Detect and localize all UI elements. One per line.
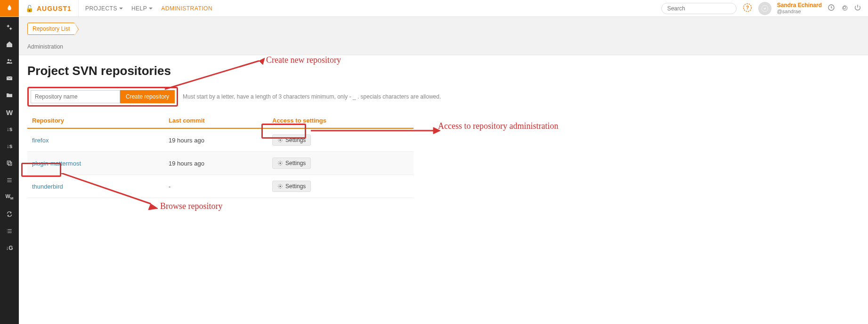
content: Project SVN repositories Create reposito…: [19, 55, 868, 207]
chevron-down-icon: [119, 8, 123, 9]
brand-label: AUGUST1: [37, 5, 72, 12]
sidebar-item-svn2[interactable]: ↓s: [0, 138, 19, 155]
table-row: firefox 19 hours ago Settings: [27, 128, 414, 152]
last-commit: -: [164, 175, 268, 198]
svg-point-6: [8, 59, 9, 61]
svg-point-13: [280, 186, 281, 187]
create-hint: Must start by a letter, have a length of…: [183, 93, 441, 100]
repo-link[interactable]: firefox: [32, 137, 49, 144]
topbar: 🔓 AUGUST1 PROJECTS HELP ADMINISTRATION ?…: [0, 0, 868, 17]
nav-projects[interactable]: PROJECTS: [85, 5, 123, 12]
annotation-browse: Browse repository: [160, 201, 222, 211]
top-right: ? Sandra Echinard @sandrae: [661, 0, 868, 17]
svg-marker-17: [433, 127, 440, 134]
nav-administration[interactable]: ADMINISTRATION: [161, 5, 212, 12]
repo-name-input[interactable]: [31, 90, 120, 103]
sidebar-item-git[interactable]: ↓G: [0, 240, 19, 257]
sidebar-item-wiki[interactable]: W: [0, 104, 19, 121]
sidebar-item-cogs[interactable]: [0, 19, 19, 36]
svg-point-7: [10, 59, 11, 61]
create-repo-group: Create repository: [27, 87, 178, 107]
sidebar-item-home[interactable]: [0, 36, 19, 53]
top-nav: PROJECTS HELP ADMINISTRATION: [79, 0, 212, 17]
gear-icon[interactable]: [841, 4, 848, 13]
sidebar: W ↓s ↓s WM ↓G: [0, 17, 19, 324]
user-handle: @sandrae: [777, 8, 822, 15]
col-access: Access to settings: [268, 113, 414, 128]
user-block[interactable]: Sandra Echinard @sandrae: [777, 2, 822, 15]
table-row: plugin-mattermost 19 hours ago Settings: [27, 152, 414, 175]
col-last-commit: Last commit: [164, 113, 268, 128]
svg-point-5: [10, 28, 12, 30]
search-input[interactable]: [661, 3, 737, 14]
sidebar-item-folder[interactable]: [0, 87, 19, 104]
repo-link[interactable]: thunderbird: [32, 183, 63, 190]
repo-table: Repository Last commit Access to setting…: [27, 113, 414, 198]
help-circle-icon[interactable]: ?: [742, 2, 753, 15]
settings-button[interactable]: Settings: [272, 158, 311, 169]
sidebar-item-list2[interactable]: [0, 223, 19, 240]
logo-icon[interactable]: [0, 0, 19, 17]
sidebar-item-users[interactable]: [0, 53, 19, 70]
breadcrumb-sub: Administration: [27, 43, 860, 50]
main: Repository List Administration Project S…: [19, 17, 868, 324]
nav-help[interactable]: HELP: [131, 5, 153, 12]
table-row: thunderbird - Settings: [27, 175, 414, 198]
power-icon[interactable]: [854, 4, 861, 13]
avatar[interactable]: [758, 2, 771, 15]
svg-point-4: [7, 25, 9, 27]
sidebar-item-svn1[interactable]: ↓s: [0, 121, 19, 138]
history-icon[interactable]: [827, 4, 835, 13]
svg-marker-19: [148, 204, 158, 210]
svg-point-12: [280, 163, 281, 164]
unlock-icon: 🔓: [25, 5, 34, 12]
breadcrumb-root[interactable]: Repository List: [27, 23, 75, 35]
repo-link[interactable]: plugin-mattermost: [32, 160, 81, 167]
user-name: Sandra Echinard: [777, 2, 822, 8]
brand[interactable]: 🔓 AUGUST1: [19, 0, 79, 17]
last-commit: 19 hours ago: [164, 152, 268, 175]
page-title: Project SVN repositories: [27, 64, 860, 78]
svg-rect-10: [7, 161, 10, 164]
create-repo-button[interactable]: Create repository: [120, 90, 175, 103]
svg-point-11: [280, 140, 281, 141]
col-repository: Repository: [27, 113, 164, 128]
svg-rect-9: [8, 162, 12, 166]
sidebar-item-list1[interactable]: [0, 172, 19, 189]
sidebar-item-mail[interactable]: [0, 70, 19, 87]
annotation-access: Access to repository administration: [438, 121, 558, 131]
settings-button[interactable]: Settings: [272, 181, 311, 192]
settings-button[interactable]: Settings: [272, 134, 311, 146]
chevron-down-icon: [149, 8, 153, 9]
sidebar-item-wm[interactable]: WM: [0, 189, 19, 206]
svg-text:?: ?: [746, 5, 749, 10]
last-commit: 19 hours ago: [164, 128, 268, 152]
sidebar-item-refresh[interactable]: [0, 206, 19, 223]
breadcrumb-area: Repository List Administration: [19, 17, 868, 55]
sidebar-item-copy[interactable]: [0, 155, 19, 172]
